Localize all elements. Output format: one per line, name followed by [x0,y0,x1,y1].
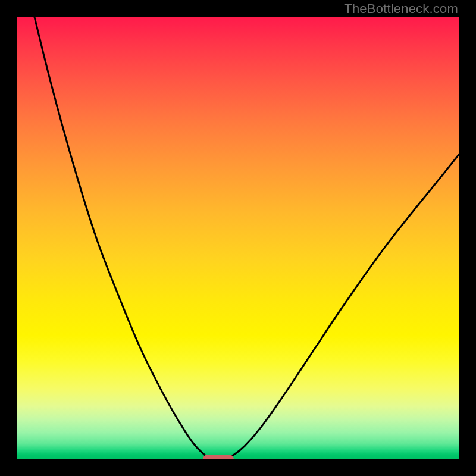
watermark-text: TheBottleneck.com [344,1,458,17]
frame: TheBottleneck.com [0,0,476,476]
bottleneck-marker [203,455,234,459]
right-curve [225,154,459,459]
left-curve [35,17,212,459]
plot-area [17,17,459,459]
curve-layer [17,17,459,459]
